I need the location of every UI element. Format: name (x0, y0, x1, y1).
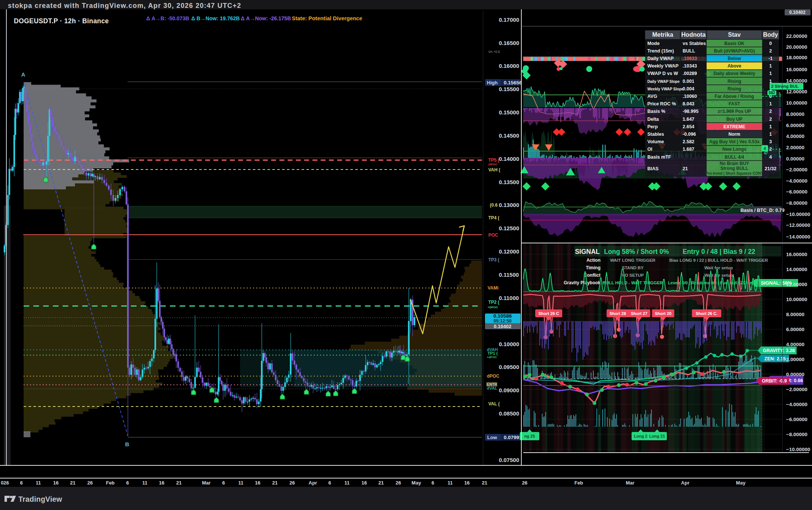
svg-text:0.15500: 0.15500 (499, 86, 519, 92)
svg-text:Timing: Timing (586, 265, 600, 270)
svg-text:DOGEUSDT.P · 12h · Binance: DOGEUSDT.P · 12h · Binance (14, 17, 109, 25)
svg-text:Price ROC %: Price ROC % (647, 101, 676, 106)
svg-text:OI: OI (647, 147, 652, 152)
svg-text:Weekly VWAP Slope: Weekly VWAP Slope (647, 87, 684, 91)
svg-text:Rising: Rising (728, 79, 741, 84)
svg-text:21: 21 (482, 480, 487, 486)
svg-text:May: May (736, 480, 746, 486)
svg-text:0.14500: 0.14500 (499, 132, 519, 139)
svg-text:4: 4 (769, 154, 772, 160)
svg-text:Action: Action (587, 258, 600, 263)
svg-text:0.00000: 0.00000 (786, 156, 804, 162)
svg-text:2: 2 (769, 117, 772, 122)
svg-text:Short 20: Short 20 (655, 311, 671, 316)
svg-text:16: 16 (159, 480, 164, 486)
svg-text:16: 16 (464, 480, 470, 486)
svg-text:−14.00000: −14.00000 (786, 234, 810, 240)
svg-text:1: 1 (769, 132, 772, 137)
svg-text:VAMi: VAMi (488, 285, 498, 291)
svg-text:Metrika: Metrika (652, 32, 673, 38)
svg-text:26: 26 (290, 480, 295, 486)
svg-text:21: 21 (176, 480, 182, 486)
svg-text:Daily above Weekly: Daily above Weekly (713, 71, 755, 76)
svg-text:Rising: Rising (728, 86, 741, 92)
svg-text:0.001: 0.001 (683, 79, 694, 84)
svg-text:1: 1 (769, 63, 772, 69)
svg-text:0.10402: 0.10402 (789, 10, 806, 15)
svg-text:14.00000: 14.00000 (786, 78, 807, 84)
svg-text:Basis OK: Basis OK (724, 41, 744, 46)
svg-text:Trend (15m): Trend (15m) (647, 48, 674, 54)
svg-text:+DPOC: +DPOC (488, 306, 498, 309)
svg-text:−2.00000: −2.00000 (786, 167, 807, 172)
svg-text:Short 28: Short 28 (609, 311, 626, 316)
svg-text:.10633: .10633 (683, 56, 697, 61)
svg-text:Basis %: Basis % (647, 109, 665, 114)
svg-text:2.00000: 2.00000 (786, 145, 804, 150)
svg-text:2.00000: 2.00000 (786, 357, 804, 362)
svg-text:12.00000: 12.00000 (786, 89, 807, 94)
svg-text:(0.6: (0.6 (490, 202, 498, 208)
svg-text:26: 26 (522, 480, 527, 486)
svg-text:−2.00000: −2.00000 (786, 387, 807, 392)
svg-text:dPOC: dPOC (487, 374, 500, 379)
svg-text:Buy UP: Buy UP (726, 117, 743, 122)
svg-text:2.654: 2.654 (683, 124, 694, 129)
svg-text:4.00000: 4.00000 (786, 134, 804, 139)
svg-text:−10.00000: −10.00000 (786, 447, 810, 452)
svg-text:EXTREME: EXTREME (723, 124, 745, 129)
svg-text:6: 6 (222, 480, 225, 486)
svg-text:21: 21 (70, 480, 75, 486)
svg-text:VAH (: VAH ( (488, 167, 500, 172)
svg-text:21: 21 (272, 480, 278, 486)
svg-text:8.00000: 8.00000 (786, 111, 804, 117)
svg-text:Long 2: Long 2 (634, 434, 647, 438)
svg-text:Δ B→Now: 19.762B: Δ B→Now: 19.762B (191, 15, 240, 21)
svg-text:.10060: .10060 (683, 94, 697, 99)
svg-text:10.00000: 10.00000 (786, 100, 807, 106)
svg-text:A: A (21, 71, 26, 78)
svg-text:Agg Buy Vol | Vec 0.53x: Agg Buy Vol | Vec 0.53x (709, 139, 760, 144)
svg-text:Apr: Apr (309, 480, 317, 486)
svg-text:0.16000: 0.16000 (499, 63, 519, 69)
svg-text:Long 58% / Short 0%: Long 58% / Short 0% (604, 248, 669, 255)
svg-text:12.00000: 12.00000 (786, 282, 807, 287)
svg-text:6: 6 (126, 480, 129, 486)
svg-text:1: 1 (769, 71, 772, 76)
svg-text:BULL 4/4: BULL 4/4 (725, 154, 744, 160)
svg-text:+dPOC: +dPOC (487, 356, 497, 359)
svg-text:16.00000: 16.00000 (786, 67, 807, 72)
svg-text:Stables: Stables (647, 132, 664, 137)
svg-text:Strong BULL: Strong BULL (720, 166, 748, 171)
svg-text:BIAS: BIAS (647, 166, 659, 171)
svg-text:Stav: Stav (728, 32, 741, 38)
svg-text:Wait for setup: Wait for setup (704, 273, 733, 278)
svg-text:0.15000: 0.15000 (499, 109, 519, 116)
svg-text:18.00000: 18.00000 (786, 55, 807, 60)
svg-text:Basis mTF: Basis mTF (647, 154, 671, 160)
svg-text:0.09000: 0.09000 (499, 387, 519, 393)
svg-text:New Longs: New Longs (722, 147, 746, 152)
svg-text:26: 26 (87, 480, 93, 486)
svg-text:Daily VWAP: Daily VWAP (647, 56, 674, 61)
svg-text:4: 4 (764, 146, 766, 151)
svg-text:High: High (487, 80, 498, 86)
svg-text:.10343: .10343 (683, 63, 697, 69)
svg-text:0.15656: 0.15656 (504, 80, 522, 86)
svg-text:11: 11 (344, 480, 350, 486)
svg-text:0.17000: 0.17000 (499, 16, 519, 23)
svg-text:Feb: Feb (106, 480, 114, 486)
svg-text:−8.00000: −8.00000 (786, 432, 807, 437)
svg-text:6: 6 (328, 480, 331, 486)
svg-text:0.07991: 0.07991 (504, 435, 522, 440)
svg-text:21: 21 (378, 480, 384, 486)
svg-text:Feb: Feb (574, 480, 583, 486)
svg-text:−4.00000: −4.00000 (786, 178, 807, 184)
svg-text:22.00000: 22.00000 (786, 33, 807, 39)
svg-text:6: 6 (431, 480, 434, 486)
svg-text:Long 21: Long 21 (649, 434, 665, 438)
svg-text:Δ A→B: -50.073B: Δ A→B: -50.073B (146, 15, 189, 21)
svg-text:TP4 (: TP4 ( (488, 215, 499, 220)
svg-text:-98.995: -98.995 (683, 109, 698, 114)
svg-text:3: 3 (769, 139, 772, 144)
